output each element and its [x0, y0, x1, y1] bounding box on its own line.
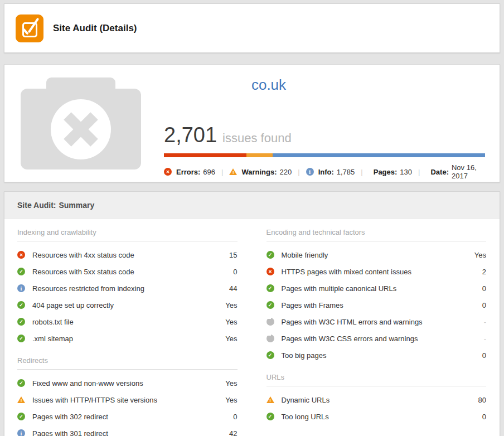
check-label: Issues with HTTP/HTTPS site versions: [32, 396, 225, 404]
check-label: Mobile friendly: [282, 251, 474, 259]
check-label: HTTPS pages with mixed content issues: [282, 268, 482, 276]
check-icon: [266, 284, 274, 292]
summary-section: Redirects Fixed www and non-www versions…: [17, 347, 238, 436]
check-value: Yes: [474, 251, 486, 259]
camera-icon: [21, 89, 141, 169]
page: Site Audit (Details) co.uk 2,701 issues …: [0, 0, 504, 436]
audit-check-row: Fixed www and non-www versions Yes: [17, 375, 238, 391]
audit-check-row: Issues with HTTP/HTTPS site versions Yes: [17, 391, 238, 408]
check-label: Too long URLs: [282, 413, 482, 421]
summary-card: Site Audit:Summary Indexing and crawlabi…: [4, 191, 500, 436]
check-icon: [17, 379, 25, 387]
check-label: Pages with Frames: [282, 301, 482, 309]
stat-value: 130: [400, 168, 412, 176]
warning-icon: [17, 396, 25, 404]
check-label: Pages with W3C CSS errors and warnings: [282, 335, 484, 343]
summary-section: Indexing and crawlability Resources with…: [17, 219, 238, 347]
warning-icon: [229, 168, 237, 176]
check-label: Pages with 302 redirect: [32, 413, 233, 421]
summary-section: Encoding and technical factors Mobile fr…: [266, 219, 487, 364]
broken-image-placeholder: [21, 77, 141, 169]
check-icon: [266, 301, 274, 309]
stat-item: Date: Nov 16, 2017: [426, 163, 485, 180]
info-icon: [17, 284, 25, 292]
audit-check-row: Pages with W3C HTML errors and warnings …: [266, 313, 487, 330]
check-icon: [17, 318, 25, 326]
stat-item: Errors: 696: [164, 168, 215, 176]
check-value: 42: [229, 429, 237, 436]
check-value: Yes: [225, 335, 237, 343]
stat-value: 1,785: [337, 168, 355, 176]
audit-check-row: Resources restricted from indexing 44: [17, 280, 238, 297]
check-value: 44: [229, 284, 237, 293]
image-error-icon: [51, 99, 111, 159]
audit-check-row: HTTPS pages with mixed content issues 2: [266, 263, 487, 280]
audit-check-row: Dynamic URLs 80: [266, 391, 487, 408]
section-title: Indexing and crawlability: [17, 219, 238, 241]
check-value: 0: [482, 351, 486, 360]
check-label: Pages with 301 redirect: [32, 429, 229, 436]
audit-check-row: Too big pages 0: [266, 347, 487, 364]
check-value: 15: [229, 251, 237, 259]
audit-check-row: Mobile friendly Yes: [266, 246, 487, 263]
page-title: Site Audit (Details): [53, 23, 137, 34]
bar-segment-info: [273, 153, 485, 157]
summary-section: URLs Dynamic URLs 80 Too long URLs 0: [266, 364, 487, 425]
check-label: robots.txt file: [32, 318, 225, 326]
section-title: Redirects: [17, 347, 238, 370]
issues-summary: 2,701 issues found: [164, 123, 485, 147]
stat-value: 220: [280, 168, 292, 176]
stat-label: Date:: [430, 168, 449, 176]
info-icon: [17, 429, 25, 436]
check-icon: [266, 413, 274, 420]
section-title: Encoding and technical factors: [266, 219, 487, 241]
section-title: URLs: [266, 364, 487, 386]
check-value: -: [484, 318, 486, 326]
check-value: 0: [482, 413, 486, 421]
domain-link[interactable]: co.uk: [164, 76, 374, 93]
check-icon: [266, 251, 274, 259]
stats-row: Errors: 696 | Warnings: 220 | Info: 1,78…: [164, 163, 485, 180]
check-label: Dynamic URLs: [282, 396, 478, 404]
check-label: 404 page set up correctly: [32, 301, 225, 309]
check-value: 0: [482, 284, 486, 293]
check-value: Yes: [225, 379, 237, 387]
check-label: Too big pages: [282, 351, 482, 360]
error-icon: [266, 268, 274, 275]
issues-distribution-bar: [164, 153, 485, 157]
summary-columns: Indexing and crawlability Resources with…: [4, 219, 500, 436]
check-value: 0: [233, 268, 237, 276]
check-label: Pages with multiple canonical URLs: [282, 284, 482, 293]
check-icon: [17, 268, 25, 275]
bar-segment-errors: [164, 153, 246, 157]
summary-section: Images: [266, 425, 487, 436]
audit-check-row: 404 page set up correctly Yes: [17, 297, 238, 313]
check-value: 80: [478, 396, 486, 404]
info-icon: [306, 168, 314, 176]
stat-separator: |: [221, 168, 223, 176]
check-value: Yes: [225, 396, 237, 404]
check-label: Pages with W3C HTML errors and warnings: [282, 318, 484, 326]
audit-check-row: Pages with 301 redirect 42: [17, 425, 238, 436]
stat-label: Info:: [318, 168, 334, 176]
summary-title: Site Audit:: [17, 201, 56, 210]
stat-item: Pages: 130: [369, 168, 412, 176]
audit-check-row: Pages with 302 redirect 0: [17, 408, 238, 425]
stat-item: Info: 1,785: [306, 168, 355, 176]
summary-header: Site Audit:Summary: [4, 192, 500, 219]
stat-value: 696: [203, 168, 215, 176]
check-value: Yes: [225, 301, 237, 309]
check-value: Yes: [225, 318, 237, 326]
check-label: Fixed www and non-www versions: [32, 379, 225, 387]
audit-check-row: Too long URLs 0: [266, 408, 487, 425]
overview-card: co.uk 2,701 issues found Errors: 696 | W…: [4, 64, 500, 182]
check-value: -: [484, 335, 486, 343]
check-icon: [17, 301, 25, 309]
error-icon: [164, 168, 172, 176]
check-value: 0: [233, 413, 237, 421]
summary-subtitle: Summary: [59, 201, 94, 210]
check-label: Resources with 4xx status code: [32, 251, 229, 259]
dash-icon: [266, 335, 274, 342]
stat-separator: |: [298, 168, 299, 176]
audit-check-row: Resources with 5xx status code 0: [17, 263, 238, 280]
